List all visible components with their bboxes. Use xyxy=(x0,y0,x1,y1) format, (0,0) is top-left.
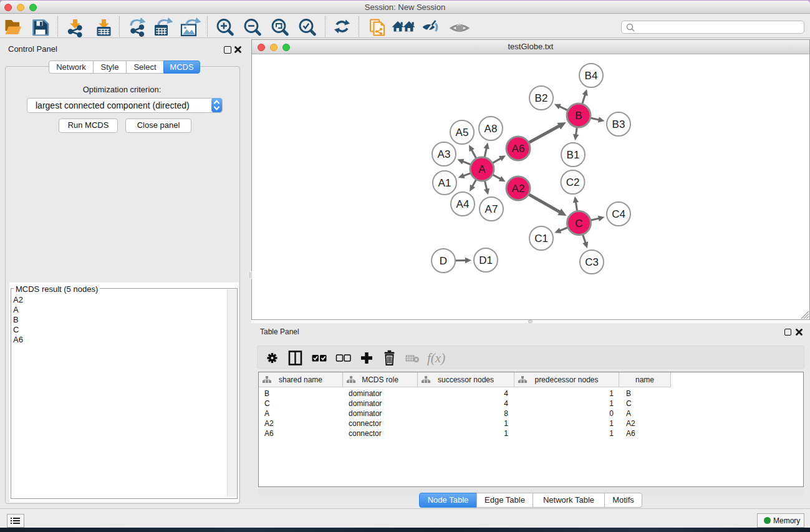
svg-text:A6: A6 xyxy=(512,143,525,155)
svg-text:C2: C2 xyxy=(566,177,580,188)
svg-text:A3: A3 xyxy=(438,148,451,160)
svg-text:C3: C3 xyxy=(585,256,599,268)
svg-text:A8: A8 xyxy=(485,123,498,135)
svg-text:B2: B2 xyxy=(535,92,548,104)
svg-text:A5: A5 xyxy=(456,127,469,138)
svg-text:A4: A4 xyxy=(456,198,470,210)
svg-text:f(x): f(x) xyxy=(427,351,445,365)
svg-text:B1: B1 xyxy=(567,149,580,161)
svg-text:C1: C1 xyxy=(534,233,548,244)
svg-text:B: B xyxy=(575,110,582,122)
svg-text:A: A xyxy=(478,163,486,175)
svg-text:A2: A2 xyxy=(512,183,525,195)
svg-text:D: D xyxy=(440,255,447,267)
svg-text:D1: D1 xyxy=(479,254,493,266)
svg-text:C: C xyxy=(575,218,582,230)
svg-text:C4: C4 xyxy=(612,208,625,220)
svg-text:B3: B3 xyxy=(612,118,625,130)
svg-text:B4: B4 xyxy=(585,70,598,82)
svg-text:A7: A7 xyxy=(485,203,498,215)
svg-text:A1: A1 xyxy=(438,177,451,189)
